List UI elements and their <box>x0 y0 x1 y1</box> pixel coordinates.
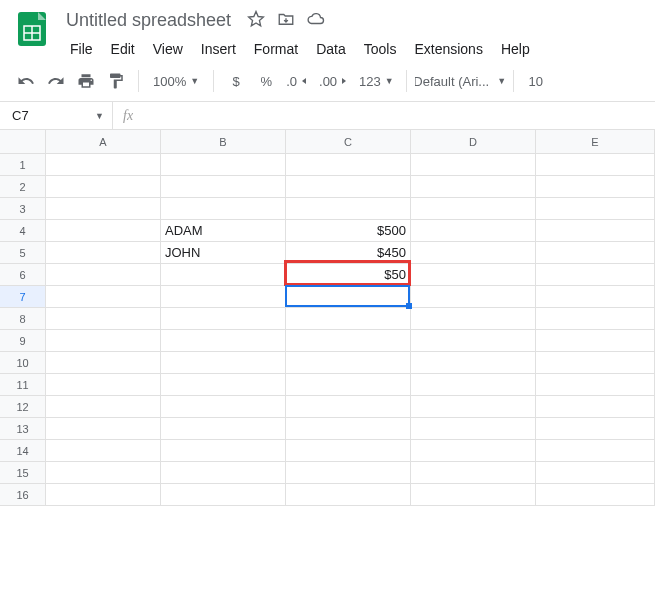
cell-A7[interactable] <box>46 286 161 308</box>
cell-B12[interactable] <box>161 396 286 418</box>
cell-D10[interactable] <box>411 352 536 374</box>
cell-A11[interactable] <box>46 374 161 396</box>
cell-C14[interactable] <box>286 440 411 462</box>
cell-A4[interactable] <box>46 220 161 242</box>
currency-button[interactable]: $ <box>222 67 250 95</box>
cell-A12[interactable] <box>46 396 161 418</box>
cell-D4[interactable] <box>411 220 536 242</box>
cell-B15[interactable] <box>161 462 286 484</box>
cell-C7[interactable] <box>286 286 411 308</box>
name-box[interactable]: C7▼ <box>0 102 113 129</box>
sheets-logo[interactable] <box>12 8 52 48</box>
col-header-E[interactable]: E <box>536 130 655 154</box>
cell-B6[interactable] <box>161 264 286 286</box>
cell-B10[interactable] <box>161 352 286 374</box>
cell-C9[interactable] <box>286 330 411 352</box>
number-format-button[interactable]: 123▼ <box>355 67 398 95</box>
col-header-D[interactable]: D <box>411 130 536 154</box>
row-header-1[interactable]: 1 <box>0 154 46 176</box>
cell-D16[interactable] <box>411 484 536 506</box>
cell-A9[interactable] <box>46 330 161 352</box>
cell-E12[interactable] <box>536 396 655 418</box>
cell-A5[interactable] <box>46 242 161 264</box>
row-header-3[interactable]: 3 <box>0 198 46 220</box>
cell-C15[interactable] <box>286 462 411 484</box>
row-header-7[interactable]: 7 <box>0 286 46 308</box>
cell-C13[interactable] <box>286 418 411 440</box>
cell-C5[interactable]: $450 <box>286 242 411 264</box>
cell-D2[interactable] <box>411 176 536 198</box>
cell-E10[interactable] <box>536 352 655 374</box>
menu-help[interactable]: Help <box>493 37 538 61</box>
cell-E11[interactable] <box>536 374 655 396</box>
cell-C4[interactable]: $500 <box>286 220 411 242</box>
menu-data[interactable]: Data <box>308 37 354 61</box>
menu-insert[interactable]: Insert <box>193 37 244 61</box>
cell-C16[interactable] <box>286 484 411 506</box>
font-select[interactable]: Default (Ari...▼ <box>415 67 505 95</box>
menu-view[interactable]: View <box>145 37 191 61</box>
select-all-corner[interactable] <box>0 130 46 154</box>
cell-E7[interactable] <box>536 286 655 308</box>
cell-E8[interactable] <box>536 308 655 330</box>
row-header-15[interactable]: 15 <box>0 462 46 484</box>
cell-D15[interactable] <box>411 462 536 484</box>
cell-D11[interactable] <box>411 374 536 396</box>
formula-bar[interactable] <box>143 102 655 129</box>
cell-D14[interactable] <box>411 440 536 462</box>
spreadsheet-grid[interactable]: ABCDE1234ADAM$5005JOHN$4506$507891011121… <box>0 130 655 506</box>
cell-E13[interactable] <box>536 418 655 440</box>
cell-C6[interactable]: $50 <box>286 264 411 286</box>
menu-tools[interactable]: Tools <box>356 37 405 61</box>
row-header-6[interactable]: 6 <box>0 264 46 286</box>
decrease-decimal-button[interactable]: .0 <box>282 67 313 95</box>
undo-icon[interactable] <box>12 67 40 95</box>
cell-E6[interactable] <box>536 264 655 286</box>
cell-A2[interactable] <box>46 176 161 198</box>
cloud-icon[interactable] <box>307 10 325 31</box>
cell-D3[interactable] <box>411 198 536 220</box>
row-header-9[interactable]: 9 <box>0 330 46 352</box>
cell-C3[interactable] <box>286 198 411 220</box>
cell-C1[interactable] <box>286 154 411 176</box>
cell-A15[interactable] <box>46 462 161 484</box>
menu-edit[interactable]: Edit <box>103 37 143 61</box>
cell-C2[interactable] <box>286 176 411 198</box>
cell-E3[interactable] <box>536 198 655 220</box>
row-header-11[interactable]: 11 <box>0 374 46 396</box>
cell-B3[interactable] <box>161 198 286 220</box>
zoom-select[interactable]: 100%▼ <box>147 67 205 95</box>
cell-B13[interactable] <box>161 418 286 440</box>
col-header-A[interactable]: A <box>46 130 161 154</box>
cell-E5[interactable] <box>536 242 655 264</box>
row-header-5[interactable]: 5 <box>0 242 46 264</box>
col-header-B[interactable]: B <box>161 130 286 154</box>
cell-B1[interactable] <box>161 154 286 176</box>
font-size-input[interactable]: 10 <box>522 67 550 95</box>
cell-C8[interactable] <box>286 308 411 330</box>
cell-E4[interactable] <box>536 220 655 242</box>
cell-C12[interactable] <box>286 396 411 418</box>
row-header-2[interactable]: 2 <box>0 176 46 198</box>
cell-A14[interactable] <box>46 440 161 462</box>
paint-format-icon[interactable] <box>102 67 130 95</box>
increase-decimal-button[interactable]: .00 <box>315 67 353 95</box>
doc-title[interactable]: Untitled spreadsheet <box>62 8 235 33</box>
cell-B11[interactable] <box>161 374 286 396</box>
col-header-C[interactable]: C <box>286 130 411 154</box>
menu-extensions[interactable]: Extensions <box>406 37 490 61</box>
row-header-16[interactable]: 16 <box>0 484 46 506</box>
cell-A1[interactable] <box>46 154 161 176</box>
cell-B8[interactable] <box>161 308 286 330</box>
menu-format[interactable]: Format <box>246 37 306 61</box>
cell-E1[interactable] <box>536 154 655 176</box>
cell-E15[interactable] <box>536 462 655 484</box>
redo-icon[interactable] <box>42 67 70 95</box>
cell-D12[interactable] <box>411 396 536 418</box>
row-header-10[interactable]: 10 <box>0 352 46 374</box>
cell-E14[interactable] <box>536 440 655 462</box>
cell-A13[interactable] <box>46 418 161 440</box>
row-header-8[interactable]: 8 <box>0 308 46 330</box>
cell-B16[interactable] <box>161 484 286 506</box>
percent-button[interactable]: % <box>252 67 280 95</box>
